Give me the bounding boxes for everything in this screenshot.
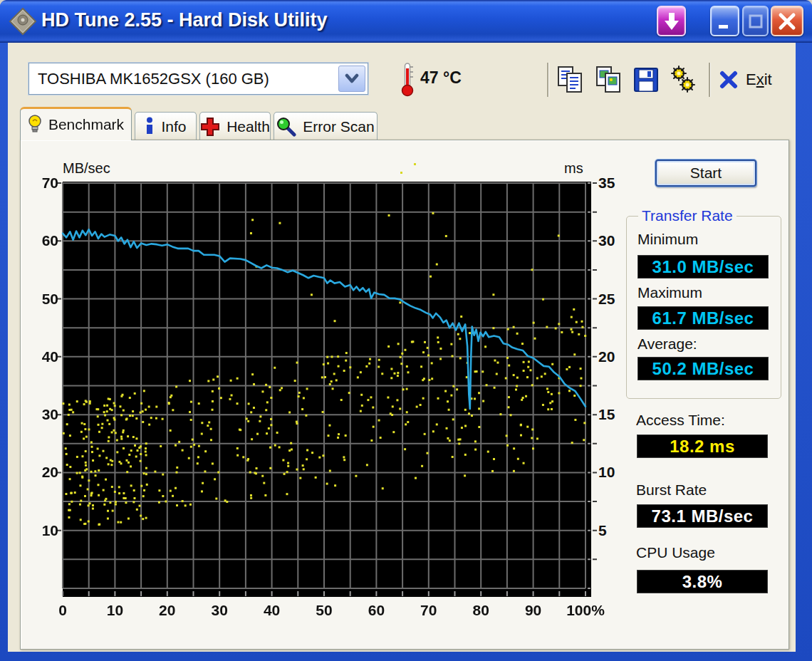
options-button[interactable]: [667, 63, 699, 97]
axis-tick-label: 20: [598, 348, 615, 366]
axis-tick-label: 30: [193, 601, 246, 620]
left-axis-unit-label: MB/sec: [63, 160, 110, 177]
copy-image-icon: [594, 65, 624, 95]
minimum-label: Minimum: [637, 231, 698, 248]
toolbar-separator: [547, 63, 548, 97]
window-title: HD Tune 2.55 - Hard Disk Utility: [41, 9, 328, 31]
tab-info-label: Info: [161, 118, 186, 135]
maximize-button[interactable]: [742, 6, 769, 36]
download-arrow-icon: [664, 12, 680, 31]
toolbar-separator: [709, 63, 710, 97]
axis-tick-label: 100%: [559, 601, 612, 620]
axis-tick-label: 40: [21, 348, 58, 366]
axis-tick-label: 5: [598, 521, 607, 540]
info-icon: [145, 117, 155, 137]
drive-selector-value: TOSHIBA MK1652GSX (160 GB): [38, 70, 269, 88]
axis-tick-label: 90: [507, 601, 560, 620]
tab-health-label: Health: [227, 118, 270, 135]
axis-tick-label: 20: [141, 601, 194, 620]
axis-tick-label: 10: [88, 601, 141, 620]
axis-tick-label: 15: [598, 405, 615, 424]
axis-tick-label: 80: [454, 601, 507, 620]
axis-tick-label: 50: [298, 601, 350, 620]
access-time-label: Access Time:: [636, 412, 725, 429]
tab-health[interactable]: Health: [199, 112, 271, 140]
axis-tick-label: 25: [598, 290, 615, 308]
maximum-label: Maximum: [637, 284, 702, 301]
exit-button[interactable]: Exit: [719, 64, 772, 95]
axis-tick-label: 35: [598, 174, 615, 192]
close-icon: [778, 12, 796, 31]
axis-tick-label: 50: [21, 290, 58, 308]
right-axis-unit-label: ms: [564, 160, 583, 177]
error-scan-magnifier-icon: [276, 117, 296, 137]
exit-label: Exit: [746, 71, 772, 89]
axis-tick-label: 0: [36, 601, 89, 620]
minimize-button[interactable]: [710, 6, 739, 36]
minimum-value-display: 31.0 MB/sec: [637, 255, 769, 279]
transfer-rate-title: Transfer Rate: [638, 207, 736, 224]
axis-tick-label: 30: [21, 405, 58, 424]
maximize-icon: [748, 13, 764, 30]
cpu-usage-label: CPU Usage: [636, 544, 715, 561]
drive-selector-arrow-button[interactable]: [338, 66, 365, 92]
access-time-value-display: 18.2 ms: [637, 434, 768, 458]
maximum-value-display: 61.7 MB/sec: [637, 306, 769, 330]
axis-tick-label: 70: [402, 601, 455, 620]
save-icon: [632, 66, 660, 94]
axis-tick-label: 60: [21, 231, 58, 250]
average-label: Average:: [637, 335, 697, 353]
tab-error-scan-label: Error Scan: [303, 118, 374, 135]
close-button[interactable]: [771, 6, 803, 36]
minimize-icon: [717, 13, 733, 30]
stray-scatter-dot: [400, 172, 402, 174]
drive-selector[interactable]: TOSHIBA MK1652GSX (160 GB): [28, 63, 368, 95]
tab-info[interactable]: Info: [135, 112, 197, 140]
start-button-label: Start: [690, 165, 722, 182]
tab-benchmark[interactable]: Benchmark: [20, 107, 132, 140]
copy-text-button[interactable]: [554, 63, 587, 97]
chevron-down-icon: [344, 73, 360, 85]
copy-image-button[interactable]: [593, 63, 625, 97]
axis-tick-label: 60: [350, 601, 402, 620]
titlebar[interactable]: HD Tune 2.55 - Hard Disk Utility: [0, 0, 812, 43]
transfer-rate-groupbox: Transfer Rate Minimum 31.0 MB/sec Maximu…: [626, 216, 781, 399]
axis-tick-label: 40: [246, 601, 298, 620]
thermometer-icon: [400, 61, 415, 97]
burst-rate-value-display: 73.1 MB/sec: [637, 504, 768, 528]
benchmark-bulb-icon: [28, 114, 42, 135]
save-button[interactable]: [630, 63, 662, 97]
app-icon: [9, 7, 37, 36]
health-cross-icon: [200, 117, 220, 137]
tab-error-scan[interactable]: Error Scan: [274, 112, 378, 140]
exit-x-icon: [719, 70, 739, 90]
average-value-display: 50.2 MB/sec: [637, 357, 769, 380]
stray-scatter-dot: [414, 163, 416, 165]
axis-tick-label: 30: [598, 231, 615, 250]
start-button[interactable]: Start: [655, 160, 756, 187]
gears-icon: [668, 65, 698, 95]
app-window: HD Tune 2.55 - Hard Disk Utility TOSHIBA…: [0, 0, 812, 661]
cpu-usage-value-display: 3.8%: [637, 570, 768, 593]
axis-tick-label: 20: [21, 463, 58, 482]
tab-benchmark-label: Benchmark: [48, 116, 124, 133]
burst-rate-label: Burst Rate: [636, 482, 707, 499]
update-download-button[interactable]: [657, 6, 686, 36]
axis-tick-label: 10: [598, 463, 615, 482]
axis-tick-label: 10: [21, 521, 58, 540]
benchmark-chart: [56, 178, 597, 605]
temperature-value: 47 °C: [420, 68, 462, 88]
copy-text-icon: [556, 65, 585, 95]
axis-tick-label: 70: [21, 174, 58, 192]
